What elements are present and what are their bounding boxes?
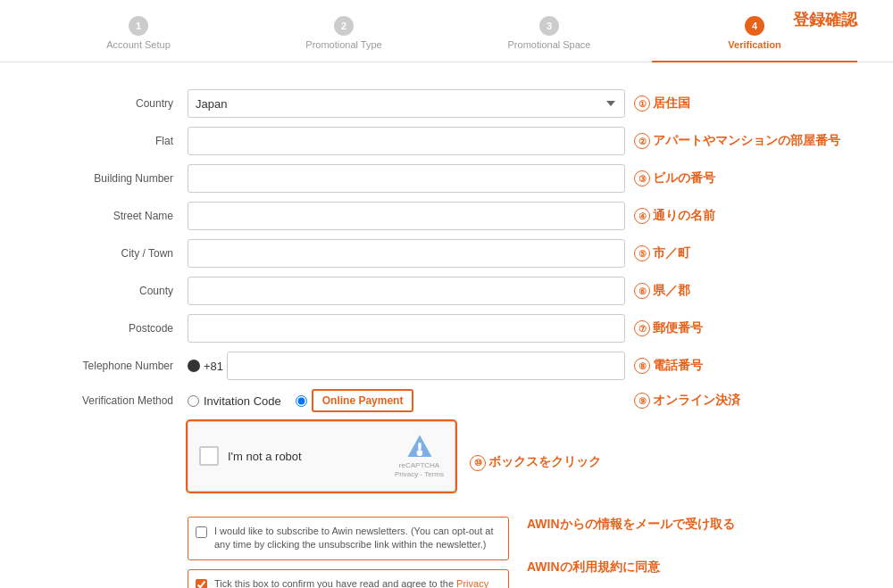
svg-point-0 xyxy=(416,450,422,456)
verification-row-inner: Verification Method Invitation Code Onli… xyxy=(45,389,625,412)
step-2-label: Promotional Type xyxy=(305,39,381,50)
tel-code: +81 xyxy=(204,360,223,373)
building-label: Building Number xyxy=(45,172,188,185)
flat-label: Flat xyxy=(45,135,188,147)
terms-text: Tick this box to confirm you have read a… xyxy=(214,577,501,588)
telephone-input[interactable] xyxy=(227,352,625,380)
verification-label: Verification Method xyxy=(45,394,188,407)
online-payment-option[interactable]: Online Payment xyxy=(296,389,414,412)
building-input[interactable] xyxy=(188,164,625,193)
street-row-inner: Street Name xyxy=(45,202,625,230)
step-3: 3 Promotional Space xyxy=(446,16,652,61)
step-1-label: Account Setup xyxy=(106,39,171,50)
city-row: City / Town ⑤市／町 xyxy=(45,239,848,268)
annotation-awin-mail: AWINからの情報をメールで受け取る xyxy=(527,517,735,533)
side-annotations: AWINからの情報をメールで受け取る AWINの利用規約に同意 xyxy=(527,517,735,576)
street-label: Street Name xyxy=(45,210,188,222)
annotation-7: ⑦郵便番号 xyxy=(634,320,703,336)
invitation-option[interactable]: Invitation Code xyxy=(188,394,281,408)
country-label: Country xyxy=(45,97,188,110)
recaptcha-logo-icon xyxy=(405,433,434,461)
newsletter-checkbox[interactable] xyxy=(196,526,207,538)
postcode-row-inner: Postcode xyxy=(45,314,625,343)
step-4-circle: 4 xyxy=(745,16,764,36)
postcode-label: Postcode xyxy=(45,322,188,335)
county-row-inner: County xyxy=(45,277,625,305)
recaptcha-left: I'm not a robot xyxy=(199,446,302,466)
annotation-6: ⑥県／郡 xyxy=(634,283,690,299)
flat-row-inner: Flat xyxy=(45,127,625,155)
jp-title: 登録確認 xyxy=(793,9,857,30)
invitation-radio[interactable] xyxy=(188,395,199,407)
tel-inputs: +81 xyxy=(188,352,625,380)
centered-form: Country Japan ①居住国 Flat ②アパートやマンションの部屋番号… xyxy=(45,89,848,588)
annotation-9: ⑨オンライン決済 xyxy=(634,393,740,409)
steps-header: 1 Account Setup 2 Promotional Type 3 Pro… xyxy=(0,0,893,62)
newsletter-text: I would like to subscribe to Awin newsle… xyxy=(214,525,501,552)
checkboxes-area: I would like to subscribe to Awin newsle… xyxy=(188,517,509,588)
terms-row: Tick this box to confirm you have read a… xyxy=(188,569,509,588)
verification-options: Invitation Code Online Payment xyxy=(188,389,413,412)
step-3-label: Promotional Space xyxy=(508,39,591,50)
step-2: 2 Promotional Type xyxy=(241,16,446,61)
telephone-row-inner: Telephone Number +81 xyxy=(45,352,625,380)
online-radio[interactable] xyxy=(296,395,307,407)
step-4-label: Verification xyxy=(728,39,780,50)
recaptcha-right: reCAPTCHA Privacy - Terms xyxy=(395,433,444,480)
online-payment-label: Online Payment xyxy=(312,389,414,412)
annotation-8: ⑧電話番号 xyxy=(634,358,703,374)
newsletter-section: I would like to subscribe to Awin newsle… xyxy=(45,517,848,588)
annotation-3: ③ビルの番号 xyxy=(634,170,715,186)
form-area: Country Japan ①居住国 Flat ②アパートやマンションの部屋番号… xyxy=(0,62,893,588)
postcode-input[interactable] xyxy=(188,314,625,343)
recaptcha-checkbox[interactable] xyxy=(199,446,219,466)
county-input[interactable] xyxy=(188,277,625,305)
tel-flag-icon xyxy=(188,360,200,372)
svg-rect-1 xyxy=(418,443,421,450)
telephone-label: Telephone Number xyxy=(45,360,188,372)
verification-row: Verification Method Invitation Code Onli… xyxy=(45,389,848,412)
city-input[interactable] xyxy=(188,239,625,268)
annotation-5: ⑤市／町 xyxy=(634,245,690,261)
street-input[interactable] xyxy=(188,202,625,230)
recaptcha-container[interactable]: I'm not a robot reCAPTCHA Privacy - Term… xyxy=(188,421,455,492)
newsletter-row: I would like to subscribe to Awin newsle… xyxy=(188,517,509,560)
country-select[interactable]: Japan xyxy=(188,89,625,118)
step-3-circle: 3 xyxy=(539,16,559,36)
flat-input[interactable] xyxy=(188,127,625,155)
country-row-inner: Country Japan xyxy=(45,89,625,118)
city-row-inner: City / Town xyxy=(45,239,625,268)
telephone-row: Telephone Number +81 ⑧電話番号 xyxy=(45,352,848,380)
annotation-1: ①居住国 xyxy=(634,95,690,112)
step-1: 1 Account Setup xyxy=(36,16,241,61)
postcode-row: Postcode ⑦郵便番号 xyxy=(45,314,848,343)
city-label: City / Town xyxy=(45,247,188,260)
county-row: County ⑥県／郡 xyxy=(45,277,848,305)
step-1-circle: 1 xyxy=(129,16,148,36)
step-2-circle: 2 xyxy=(334,16,354,36)
annotation-10: ⑩ボックスをクリック xyxy=(470,454,601,470)
terms-checkbox[interactable] xyxy=(196,579,207,588)
street-row: Street Name ④通りの名前 xyxy=(45,202,848,230)
invitation-label: Invitation Code xyxy=(204,394,281,408)
country-row: Country Japan ①居住国 xyxy=(45,89,848,118)
recaptcha-text: I'm not a robot xyxy=(228,450,302,463)
annotation-2: ②アパートやマンションの部屋番号 xyxy=(634,133,840,149)
county-label: County xyxy=(45,285,188,297)
flat-row: Flat ②アパートやマンションの部屋番号 xyxy=(45,127,848,155)
recaptcha-branding: reCAPTCHA Privacy - Terms xyxy=(395,461,444,480)
building-row: Building Number ③ビルの番号 xyxy=(45,164,848,193)
annotation-awin-terms: AWINの利用規約に同意 xyxy=(527,559,735,576)
recaptcha-row: I'm not a robot reCAPTCHA Privacy - Term… xyxy=(45,421,848,504)
building-row-inner: Building Number xyxy=(45,164,625,193)
annotation-4: ④通りの名前 xyxy=(634,208,715,224)
